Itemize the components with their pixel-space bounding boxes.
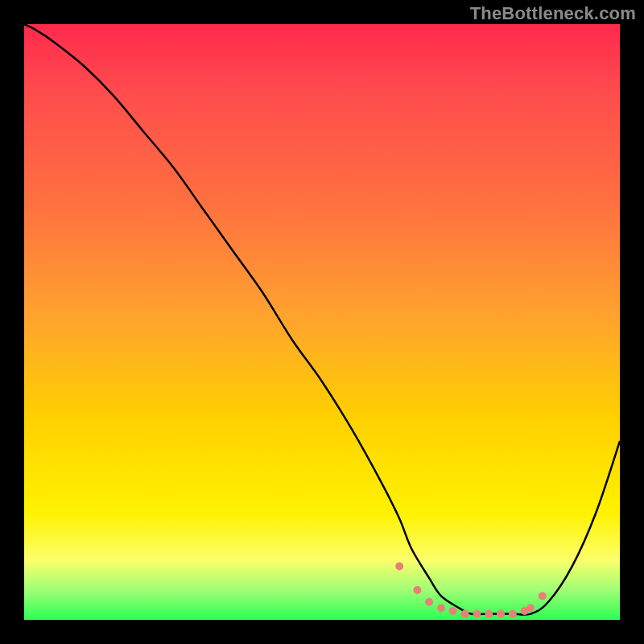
marker-dot [526,604,535,612]
marker-dot [449,607,457,615]
marker-dot [425,598,433,606]
chart-plot-area [24,24,620,620]
bottleneck-curve-line [24,24,620,615]
marker-dot [485,610,493,618]
marker-dot [497,610,505,618]
marker-dot [437,604,445,612]
marker-dot [395,562,403,570]
marker-dot [461,610,469,618]
watermark-text: TheBottleneck.com [470,3,636,24]
marker-dot [413,586,421,594]
marker-dot [509,610,517,618]
marker-dot [539,592,547,600]
highlight-markers [395,562,547,617]
chart-frame: TheBottleneck.com [0,0,644,644]
marker-dot [473,610,481,618]
chart-svg [24,24,620,620]
